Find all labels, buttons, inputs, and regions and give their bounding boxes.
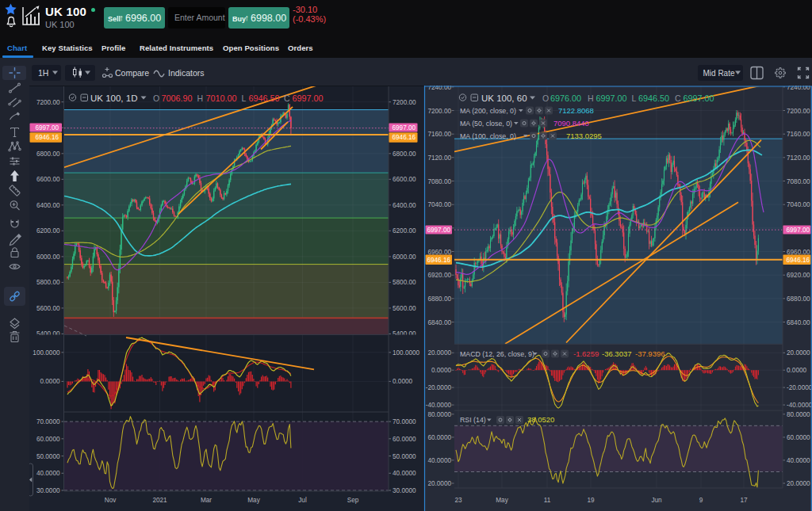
svg-text:7040.00: 7040.00 — [427, 201, 451, 208]
svg-text:RSI (14): RSI (14) — [460, 416, 486, 424]
svg-text:6997.00: 6997.00 — [35, 124, 59, 132]
svg-text:6946.16: 6946.16 — [787, 257, 810, 264]
svg-text:-20.0000: -20.0000 — [787, 384, 812, 391]
svg-text:6997.00: 6997.00 — [293, 93, 324, 103]
svg-text:60.0000: 60.0000 — [787, 434, 810, 441]
svg-text:0.0000: 0.0000 — [40, 378, 59, 385]
svg-text:6400.00: 6400.00 — [36, 202, 60, 209]
svg-text:7080.00: 7080.00 — [427, 178, 451, 185]
svg-text:100.0000: 100.0000 — [393, 349, 420, 357]
svg-text:O: O — [542, 93, 549, 103]
svg-text:5600.00: 5600.00 — [393, 305, 416, 312]
svg-text:17: 17 — [740, 497, 748, 504]
svg-text:6920.00: 6920.00 — [787, 272, 810, 279]
svg-text:5600.00: 5600.00 — [36, 305, 60, 312]
svg-text:30.0000: 30.0000 — [36, 487, 60, 494]
svg-text:6976.00: 6976.00 — [550, 93, 581, 103]
svg-text:6946.16: 6946.16 — [393, 134, 416, 141]
svg-text:20.0000: 20.0000 — [427, 349, 451, 357]
svg-text:60.0000: 60.0000 — [36, 436, 60, 443]
svg-text:70.0000: 70.0000 — [36, 418, 60, 425]
svg-text:L: L — [632, 93, 637, 103]
svg-text:7006.90: 7006.90 — [162, 93, 193, 103]
svg-text:40.0000: 40.0000 — [36, 470, 60, 477]
svg-text:-20.0000: -20.0000 — [426, 384, 452, 391]
svg-text:6200.00: 6200.00 — [393, 227, 416, 235]
svg-text:6840.00: 6840.00 — [427, 319, 451, 326]
svg-text:9: 9 — [699, 497, 703, 504]
svg-text:Mar: Mar — [201, 497, 212, 504]
svg-text:7200.00: 7200.00 — [36, 99, 60, 106]
svg-text:MA (50, close, 0): MA (50, close, 0) — [460, 120, 512, 128]
svg-text:5800.00: 5800.00 — [393, 279, 416, 286]
svg-text:6997.00: 6997.00 — [787, 227, 810, 234]
svg-text:7120.00: 7120.00 — [427, 154, 451, 162]
svg-text:Nov: Nov — [105, 497, 117, 504]
svg-text:Compare: Compare — [115, 68, 149, 78]
svg-text:5800.00: 5800.00 — [36, 279, 60, 286]
svg-text:0.0000: 0.0000 — [393, 378, 412, 385]
svg-text:2021: 2021 — [152, 497, 167, 504]
svg-text:80.0000: 80.0000 — [427, 411, 451, 418]
svg-text:7160.00: 7160.00 — [427, 131, 451, 138]
svg-text:7200.00: 7200.00 — [787, 108, 810, 115]
svg-text:7090.8440: 7090.8440 — [553, 119, 589, 128]
svg-text:Jun: Jun — [651, 497, 662, 504]
svg-text:60.0000: 60.0000 — [427, 434, 451, 441]
svg-text:7122.8068: 7122.8068 — [558, 106, 594, 115]
svg-text:H: H — [197, 93, 204, 103]
svg-text:6600.00: 6600.00 — [393, 176, 416, 183]
svg-text:40.0000: 40.0000 — [393, 470, 416, 477]
svg-text:70.0000: 70.0000 — [393, 418, 416, 425]
svg-text:6600.00: 6600.00 — [36, 176, 60, 183]
svg-text:20.0000: 20.0000 — [787, 480, 810, 487]
svg-text:Sep: Sep — [347, 497, 359, 504]
svg-text:UK 100, 1D: UK 100, 1D — [90, 93, 137, 103]
svg-text:100.0000: 100.0000 — [33, 349, 60, 357]
svg-text:May: May — [496, 497, 508, 504]
svg-text:7120.00: 7120.00 — [787, 154, 810, 162]
svg-text:6800.00: 6800.00 — [393, 151, 416, 158]
svg-text:6946.16: 6946.16 — [427, 257, 450, 264]
svg-text:0.0000: 0.0000 — [787, 367, 806, 374]
svg-text:80.0000: 80.0000 — [787, 411, 810, 418]
svg-text:6946.50: 6946.50 — [249, 93, 280, 103]
svg-text:30.0000: 30.0000 — [393, 487, 416, 494]
svg-text:7040.00: 7040.00 — [787, 201, 810, 208]
svg-text:6000.00: 6000.00 — [393, 254, 416, 261]
svg-text:7160.00: 7160.00 — [787, 131, 810, 138]
svg-text:-40.0000: -40.0000 — [787, 402, 812, 409]
svg-text:6960.00: 6960.00 — [787, 249, 810, 256]
svg-text:May: May — [247, 497, 260, 504]
svg-text:0.0000: 0.0000 — [431, 367, 451, 374]
svg-text:11: 11 — [544, 497, 551, 504]
svg-text:C: C — [675, 93, 681, 103]
svg-text:-36.3037: -36.3037 — [602, 349, 632, 358]
svg-text:H: H — [588, 93, 594, 103]
svg-text:UK 100, 60: UK 100, 60 — [481, 93, 527, 103]
svg-text:50.0000: 50.0000 — [36, 453, 60, 460]
svg-text:40.0000: 40.0000 — [427, 457, 451, 464]
svg-text:7200.00: 7200.00 — [393, 99, 416, 106]
svg-text:Jul: Jul — [298, 497, 307, 504]
svg-text:50.0000: 50.0000 — [393, 453, 416, 460]
svg-text:19: 19 — [587, 497, 595, 504]
svg-text:6946.16: 6946.16 — [35, 134, 59, 141]
svg-text:MA (100, close, 0): MA (100, close, 0) — [460, 132, 516, 140]
svg-text:7080.00: 7080.00 — [787, 178, 810, 185]
svg-text:6997.00: 6997.00 — [684, 93, 714, 103]
svg-text:MA (200, close, 0): MA (200, close, 0) — [460, 107, 516, 115]
svg-text:20.0000: 20.0000 — [787, 349, 810, 357]
svg-text:L: L — [242, 93, 247, 103]
svg-text:-1.6259: -1.6259 — [573, 349, 599, 358]
svg-text:O: O — [153, 93, 159, 103]
svg-text:MACD (12, 26, close, 9): MACD (12, 26, close, 9) — [460, 350, 534, 358]
svg-text:20.0000: 20.0000 — [427, 480, 451, 487]
svg-text:6960.00: 6960.00 — [427, 249, 451, 256]
svg-text:6997.00: 6997.00 — [596, 93, 627, 103]
svg-text:40.0000: 40.0000 — [787, 457, 810, 464]
svg-text:6840.00: 6840.00 — [787, 319, 810, 326]
svg-text:23: 23 — [454, 497, 462, 504]
svg-text:-40.0000: -40.0000 — [426, 402, 452, 409]
svg-text:6997.00: 6997.00 — [393, 124, 416, 132]
